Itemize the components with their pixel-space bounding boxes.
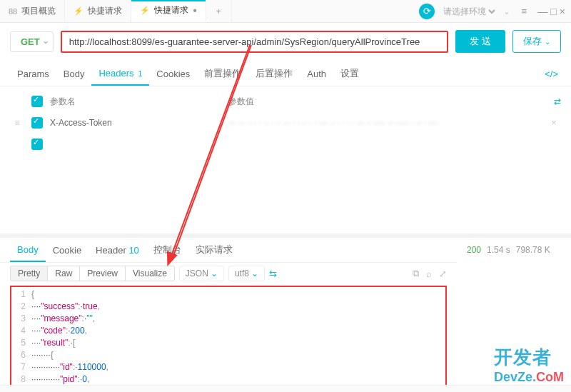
- code-line: 4····"code":·200,: [11, 325, 445, 337]
- close-icon[interactable]: ×: [560, 6, 565, 17]
- tab-quick-request-1[interactable]: ⚡ 快捷请求: [65, 0, 131, 22]
- http-method-select[interactable]: GET: [10, 31, 54, 52]
- top-right-controls: ⟳ 请选择环境 ⌄ ≡ — □ ×: [413, 0, 571, 22]
- response-body[interactable]: 1{2····"success":·true,3····"message":·"…: [10, 286, 447, 392]
- header-col-val: 参数值: [228, 96, 547, 108]
- tab-headers[interactable]: Headers 1: [91, 62, 149, 86]
- encoding-select[interactable]: utf8⌄: [228, 266, 265, 281]
- header-col-key: 参数名: [50, 96, 221, 108]
- tab-project-overview[interactable]: 88 项目概览: [0, 0, 65, 22]
- headers-header-row: 参数名 参数值 ⇄: [10, 91, 561, 112]
- resp-tab-header-label: Header: [96, 245, 126, 256]
- tab-quick-request-2[interactable]: ⚡ 快捷请求 •: [131, 0, 206, 22]
- request-tabs: Params Body Headers 1 Cookies 前置操作 后置操作 …: [0, 61, 571, 86]
- resp-tab-cookie[interactable]: Cookie: [46, 239, 89, 261]
- watermark-logo: 开发者 DevZe.CoM: [494, 345, 564, 385]
- view-raw[interactable]: Raw: [48, 266, 80, 281]
- window-buttons: — □ ×: [537, 6, 565, 17]
- menu-icon[interactable]: ≡: [516, 4, 532, 19]
- code-line: 6········{: [11, 349, 445, 361]
- batch-edit-icon[interactable]: ⇄: [554, 96, 561, 106]
- tab-cookies[interactable]: Cookies: [149, 63, 197, 85]
- headers-count-badge: 1: [138, 69, 142, 78]
- view-pretty[interactable]: Pretty: [10, 266, 48, 281]
- code-line: 5····"result":·[: [11, 337, 445, 349]
- save-button[interactable]: 保存: [512, 30, 561, 53]
- code-line: 2····"success":·true,: [11, 301, 445, 313]
- chevron-down-icon: ⌄: [503, 6, 510, 16]
- code-line: 8············"pid":·0,: [11, 373, 445, 386]
- tab-auth[interactable]: Auth: [300, 63, 333, 85]
- view-preview[interactable]: Preview: [80, 266, 126, 281]
- tab-headers-label: Headers: [98, 68, 133, 79]
- headers-table: 参数名 参数值 ⇄ ≡ X-Access-Token ··· ··· ·· · …: [0, 86, 571, 155]
- tab-pre-scripts[interactable]: 前置操作: [197, 61, 248, 86]
- tab-body[interactable]: Body: [56, 63, 92, 85]
- view-visualize[interactable]: Visualize: [126, 266, 175, 281]
- tab-post-scripts[interactable]: 后置操作: [248, 61, 300, 86]
- status-time: 1.54 s: [487, 245, 510, 255]
- status-size: 798.78 K: [516, 245, 550, 255]
- grid-icon: 88: [9, 7, 17, 16]
- response-view-bar: Pretty Raw Preview Visualize JSON⌄ utf8⌄…: [0, 262, 457, 283]
- environment-select[interactable]: 请选择环境: [440, 6, 497, 17]
- bolt-icon: ⚡: [140, 6, 150, 15]
- tab-settings[interactable]: 设置: [333, 61, 366, 86]
- resp-tab-actual[interactable]: 实际请求: [188, 238, 240, 262]
- chevron-down-icon: ⌄: [251, 268, 258, 278]
- send-button[interactable]: 发 送: [455, 30, 505, 53]
- search-icon[interactable]: ⌕: [426, 268, 432, 279]
- remove-row-icon[interactable]: ×: [547, 118, 561, 128]
- response-tabs: Body Cookie Header 10 控制台 实际请求: [0, 238, 457, 262]
- request-row: GET 发 送 保存: [0, 23, 571, 61]
- tab-label: 快捷请求: [88, 5, 122, 17]
- maximize-icon[interactable]: □: [550, 6, 556, 17]
- code-line: 3····"message":·"",: [11, 313, 445, 325]
- resp-tab-header[interactable]: Header 10: [89, 239, 146, 261]
- tab-label: 快捷请求: [154, 4, 188, 16]
- status-bar: [0, 385, 571, 392]
- status-code: 200: [467, 245, 481, 255]
- checkbox[interactable]: [31, 117, 43, 129]
- header-row-empty: [10, 134, 561, 155]
- plus-icon: +: [216, 6, 221, 16]
- expand-icon[interactable]: ⤢: [439, 268, 447, 279]
- resp-tab-console[interactable]: 控制台: [146, 238, 188, 262]
- url-input[interactable]: [61, 31, 449, 53]
- resp-header-count-badge: 10: [128, 245, 138, 256]
- drag-handle-icon[interactable]: ≡: [10, 118, 24, 128]
- header-key[interactable]: X-Access-Token: [50, 118, 221, 128]
- header-row: ≡ X-Access-Token ··· ··· ·· · · ·· · ·· …: [10, 112, 561, 134]
- copy-icon[interactable]: ⧉: [413, 268, 419, 279]
- code-icon[interactable]: </>: [542, 69, 561, 79]
- chevron-down-icon: ⌄: [211, 268, 218, 278]
- minimize-icon[interactable]: —: [537, 6, 547, 17]
- tab-label: 项目概览: [21, 5, 56, 17]
- checkbox[interactable]: [31, 139, 43, 150]
- dirty-dot-icon: •: [193, 8, 197, 14]
- bolt-icon: ⚡: [74, 6, 84, 16]
- code-line: 1{: [11, 288, 445, 301]
- resp-tab-body[interactable]: Body: [10, 238, 46, 262]
- checkbox-all[interactable]: [31, 96, 43, 107]
- top-tabbar: 88 项目概览 ⚡ 快捷请求 ⚡ 快捷请求 • + ⟳ 请选择环境 ⌄ ≡ — …: [0, 0, 571, 23]
- tab-add[interactable]: +: [206, 0, 232, 22]
- tab-params[interactable]: Params: [10, 63, 56, 85]
- wrap-icon[interactable]: ⇆: [269, 268, 277, 279]
- lang-select[interactable]: JSON⌄: [179, 266, 224, 281]
- header-value[interactable]: ··· ··· ·· · · ·· · ·· ··· · · ·· · · ··…: [228, 118, 540, 128]
- refresh-icon[interactable]: ⟳: [419, 4, 435, 19]
- code-line: 7············"id":·110000,: [11, 361, 445, 373]
